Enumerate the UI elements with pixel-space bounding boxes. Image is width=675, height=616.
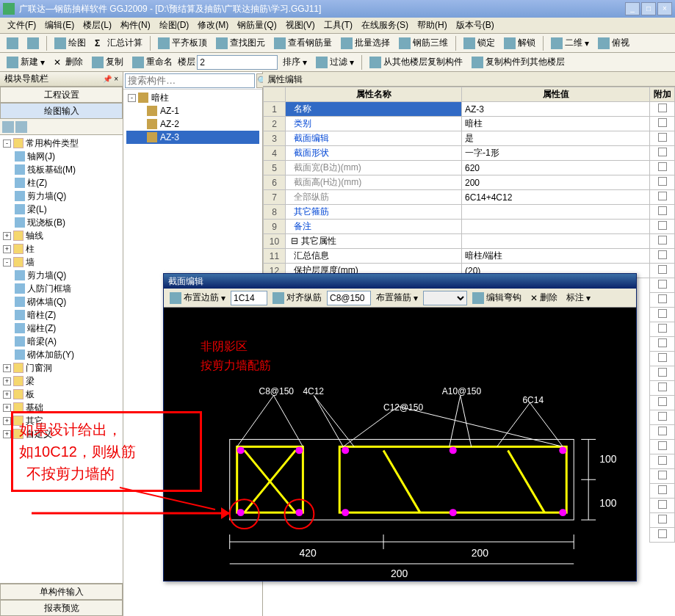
toggle-icon[interactable]: - xyxy=(3,139,11,148)
align-rebar-button[interactable]: 对齐纵筋 xyxy=(269,290,325,306)
tree-group[interactable]: 板 xyxy=(26,388,35,401)
floor-select[interactable] xyxy=(197,55,278,70)
3d-button[interactable]: 俯视 xyxy=(594,35,633,51)
expand-icon[interactable] xyxy=(2,121,14,133)
menu-version[interactable]: 版本号(B) xyxy=(452,18,499,33)
toggle-icon[interactable]: + xyxy=(3,404,11,412)
tree-item[interactable]: 梁(L) xyxy=(27,203,47,216)
panel-engineering[interactable]: 工程设置 xyxy=(0,87,123,103)
summary-button[interactable]: Σ 汇总计算 xyxy=(91,35,146,51)
lock-button[interactable]: 锁定 xyxy=(460,35,499,51)
pin-icon[interactable]: 📌 × xyxy=(103,75,118,83)
batch-button[interactable]: 批量选择 xyxy=(337,35,394,51)
hook-button[interactable]: 编辑弯钩 xyxy=(469,290,525,306)
tree-item[interactable]: 端柱(Z) xyxy=(27,322,56,335)
plan-button[interactable]: 平齐板顶 xyxy=(154,35,211,51)
menu-view[interactable]: 视图(V) xyxy=(281,18,320,33)
property-row[interactable]: 1 名称AZ-3 xyxy=(264,102,675,117)
menu-draw[interactable]: 绘图(D) xyxy=(155,18,194,33)
menu-file[interactable]: 文件(F) xyxy=(3,18,40,33)
stirrup-select[interactable] xyxy=(423,291,467,305)
tree-group[interactable]: 轴线 xyxy=(26,230,43,242)
delete-button[interactable]: ✕ 删除 xyxy=(50,54,87,70)
undo-button[interactable] xyxy=(3,35,22,51)
menu-floor[interactable]: 楼层(L) xyxy=(79,18,116,33)
edge-value-input[interactable] xyxy=(231,291,267,305)
property-row[interactable]: 10 ⊟ 其它属性 xyxy=(264,234,675,249)
panel-single-input[interactable]: 单构件输入 xyxy=(0,584,123,600)
tree-item[interactable]: 轴网(J) xyxy=(27,151,55,163)
menu-edit[interactable]: 编辑(E) xyxy=(40,18,79,33)
menu-online[interactable]: 在线服务(S) xyxy=(357,18,413,33)
property-row[interactable]: 9 备注 xyxy=(264,220,675,234)
stirrup-button[interactable]: 布置箍筋▾ xyxy=(372,290,422,306)
comp-item[interactable]: AZ-1 xyxy=(160,106,179,116)
tree-item[interactable]: 人防门框墙 xyxy=(27,283,71,295)
property-row[interactable]: 3 截面编辑是 xyxy=(264,131,675,146)
annotate-button[interactable]: 标注▾ xyxy=(563,290,594,306)
tree-group[interactable]: 柱 xyxy=(26,243,35,256)
close-button[interactable]: × xyxy=(657,2,672,15)
tree-item[interactable]: 现浇板(B) xyxy=(27,217,65,229)
maximize-button[interactable]: □ xyxy=(641,2,656,15)
2d-button[interactable]: 二维▾ xyxy=(547,35,593,51)
section-editor-title[interactable]: 截面编辑 xyxy=(164,274,636,289)
copy-button[interactable]: 复制 xyxy=(88,54,127,70)
toggle-icon[interactable]: + xyxy=(3,430,11,438)
toggle-icon[interactable]: + xyxy=(3,232,11,240)
tree-item[interactable]: 暗柱(Z) xyxy=(27,309,56,322)
property-row[interactable]: 2 类别暗柱 xyxy=(264,117,675,131)
property-row[interactable]: 6 截面高(H边)(mm)200 xyxy=(264,175,675,190)
menu-rebar[interactable]: 钢筋量(Q) xyxy=(233,18,281,33)
align-value-input[interactable] xyxy=(327,291,371,305)
redo-button[interactable] xyxy=(24,35,43,51)
minimize-button[interactable]: _ xyxy=(625,2,640,15)
copy-to-button[interactable]: 复制构件到其他楼层 xyxy=(468,54,568,70)
tree-group[interactable]: 墙 xyxy=(26,256,35,269)
search-input[interactable] xyxy=(125,73,255,88)
delete-rebar-button[interactable]: ✕删除 xyxy=(527,290,561,306)
tree-item[interactable]: 筏板基础(M) xyxy=(27,164,76,176)
menu-modify[interactable]: 修改(M) xyxy=(193,18,233,33)
section-editor-window[interactable]: 截面编辑 布置边筋▾ 对齐纵筋 布置箍筋▾ 编辑弯钩 ✕删除 标注▾ xyxy=(163,273,637,581)
toggle-icon[interactable]: + xyxy=(3,245,11,253)
panel-report[interactable]: 报表预览 xyxy=(0,600,123,616)
tree-root[interactable]: 常用构件类型 xyxy=(26,137,79,150)
unlock-button[interactable]: 解锁 xyxy=(500,35,539,51)
tree-item[interactable]: 剪力墙(Q) xyxy=(27,269,66,282)
toggle-icon[interactable]: + xyxy=(3,417,11,425)
toggle-icon[interactable]: - xyxy=(3,258,11,267)
property-row[interactable]: 5 截面宽(B边)(mm)620 xyxy=(264,161,675,175)
tree-item[interactable]: 砌体墙(Q) xyxy=(27,296,66,308)
comp-item[interactable]: AZ-2 xyxy=(160,119,179,129)
collapse-icon[interactable] xyxy=(15,121,27,133)
rebar-button[interactable]: 查看钢筋量 xyxy=(270,35,336,51)
comp-root[interactable]: 暗柱 xyxy=(151,92,169,104)
tree-item[interactable]: 砌体加筋(Y) xyxy=(27,349,74,361)
sort-button[interactable]: 排序▾ xyxy=(279,54,311,70)
section-canvas[interactable]: C8@150 4C12 C12@150 A10@150 6C14 420 200… xyxy=(164,308,636,581)
toggle-icon[interactable]: + xyxy=(3,377,11,385)
rename-button[interactable]: 重命名 xyxy=(129,54,176,70)
find-button[interactable]: 查找图元 xyxy=(212,35,269,51)
tri-button[interactable]: 钢筋三维 xyxy=(395,35,452,51)
draw-button[interactable]: 绘图 xyxy=(51,35,90,51)
filter-button[interactable]: 过滤▾ xyxy=(312,54,358,70)
comp-item-selected[interactable]: AZ-3 xyxy=(160,132,179,142)
property-row[interactable]: 8 其它箍筋 xyxy=(264,205,675,220)
property-row[interactable]: 7 全部纵筋6C14+4C12 xyxy=(264,190,675,205)
property-row[interactable]: 4 截面形状一字-1形 xyxy=(264,146,675,161)
edge-rebar-button[interactable]: 布置边筋▾ xyxy=(166,290,229,306)
menu-help[interactable]: 帮助(H) xyxy=(413,18,452,33)
tree-item[interactable]: 剪力墙(Q) xyxy=(27,190,66,203)
tree-item[interactable]: 柱(Z) xyxy=(27,177,47,189)
tree-group[interactable]: 门窗洞 xyxy=(26,362,52,374)
copy-from-button[interactable]: 从其他楼层复制构件 xyxy=(366,54,466,70)
toggle-icon[interactable]: + xyxy=(3,364,11,372)
menu-component[interactable]: 构件(N) xyxy=(116,18,155,33)
panel-draw-input[interactable]: 绘图输入 xyxy=(0,103,123,119)
menu-tool[interactable]: 工具(T) xyxy=(320,18,357,33)
tree-item[interactable]: 暗梁(A) xyxy=(27,336,57,348)
tree-group[interactable]: 梁 xyxy=(26,375,35,388)
toggle-icon[interactable]: + xyxy=(3,391,11,399)
